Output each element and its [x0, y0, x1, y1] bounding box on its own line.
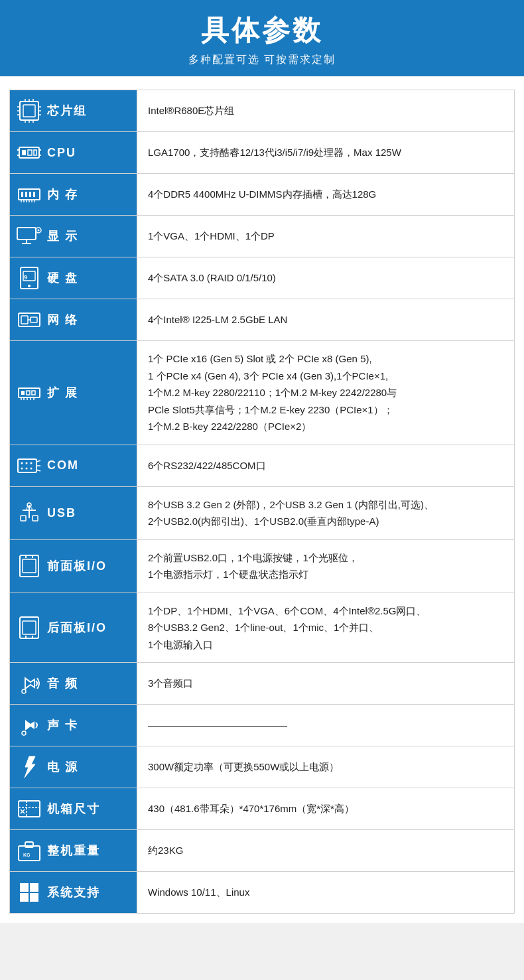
table-row: 前面板I/O2个前置USB2.0口，1个电源按键，1个光驱位，1个电源指示灯，1… — [10, 539, 515, 593]
svg-rect-25 — [29, 192, 31, 197]
label-text-front-io: 前面板I/O — [47, 558, 107, 574]
audio-icon — [17, 671, 42, 696]
table-row: 网 络4个Intel® I225-LM 2.5GbE LAN — [10, 299, 515, 341]
value-expansion: 1个 PCIe x16 (Gen 5) Slot 或 2个 PCIe x8 (G… — [137, 341, 515, 445]
label-audio: 音 频 — [10, 663, 137, 705]
label-rear-io: 后面板I/O — [10, 593, 137, 663]
label-text-display: 显 示 — [47, 228, 78, 244]
label-expansion: 扩 展 — [10, 341, 137, 445]
label-front-io: 前面板I/O — [10, 539, 137, 593]
svg-rect-16 — [28, 150, 32, 155]
label-text-network: 网 络 — [47, 312, 78, 328]
svg-rect-55 — [18, 459, 36, 472]
value-os: Windows 10/11、Linux — [137, 872, 515, 914]
table-row: 显 示1个VGA、1个HDMI、1个DP — [10, 216, 515, 257]
spec-content: 芯片组Intel®R680E芯片组 CPULGA1700，支持酷睿12/13代i… — [0, 76, 524, 923]
label-com: COM — [10, 445, 137, 486]
label-text-com: COM — [47, 458, 79, 472]
spec-table: 芯片组Intel®R680E芯片组 CPULGA1700，支持酷睿12/13代i… — [9, 90, 515, 914]
value-chipset: Intel®R680E芯片组 — [137, 90, 515, 132]
svg-point-41 — [28, 285, 31, 287]
display-icon — [17, 224, 42, 249]
svg-rect-88 — [30, 893, 38, 902]
value-audio: 3个音频口 — [137, 663, 515, 705]
label-chipset: 芯片组 — [10, 90, 137, 132]
table-row: 内 存4个DDR5 4400MHz U-DIMMS内存插槽，高达128G — [10, 174, 515, 216]
label-sound-card: 声 卡 — [10, 705, 137, 746]
svg-rect-15 — [22, 150, 26, 155]
svg-rect-66 — [33, 516, 38, 521]
label-text-power: 电 源 — [47, 759, 78, 775]
label-memory: 内 存 — [10, 174, 137, 216]
table-row: 声 卡—————————————— — [10, 705, 515, 746]
table-row: 音 频3个音频口 — [10, 663, 515, 705]
table-row: KG 整机重量约23KG — [10, 830, 515, 872]
rear-io-icon — [17, 615, 42, 640]
table-row: 后面板I/O1个DP、1个HDMI、1个VGA、6个COM、4个Intel®2.… — [10, 593, 515, 663]
svg-point-58 — [31, 462, 33, 464]
label-text-audio: 音 频 — [47, 675, 78, 691]
page-title: 具体参数 — [7, 12, 517, 49]
label-power: 电 源 — [10, 746, 137, 788]
label-network: 网 络 — [10, 299, 137, 341]
table-row: 系统支持Windows 10/11、Linux — [10, 872, 515, 914]
value-cpu: LGA1700，支持酷睿12/13代i3/i5/i7/i9处理器，Max 125… — [137, 132, 515, 174]
table-row: USB8个USB 3.2 Gen 2 (外部)，2个USB 3.2 Gen 1 … — [10, 486, 515, 539]
label-os: 系统支持 — [10, 872, 137, 914]
svg-rect-17 — [34, 150, 36, 155]
os-icon — [17, 880, 42, 905]
table-row: 扩 展1个 PCIe x16 (Gen 5) Slot 或 2个 PCIe x8… — [10, 341, 515, 445]
value-display: 1个VGA、1个HDMI、1个DP — [137, 216, 515, 257]
table-row: 9 硬 盘4个SATA 3.0 (RAID 0/1/5/10) — [10, 257, 515, 299]
label-usb: USB — [10, 486, 137, 539]
memory-icon — [17, 182, 42, 207]
svg-point-59 — [21, 467, 23, 469]
svg-point-56 — [21, 462, 23, 464]
chassis-icon — [17, 796, 42, 821]
table-row: CPULGA1700，支持酷睿12/13代i3/i5/i7/i9处理器，Max … — [10, 132, 515, 174]
value-power: 300W额定功率（可更换550W或以上电源） — [137, 746, 515, 788]
svg-rect-45 — [31, 317, 37, 322]
svg-rect-0 — [20, 102, 38, 120]
label-text-memory: 内 存 — [47, 186, 78, 202]
usb-icon — [17, 500, 42, 525]
value-storage: 4个SATA 3.0 (RAID 0/1/5/10) — [137, 257, 515, 299]
svg-point-77 — [22, 689, 26, 693]
label-display: 显 示 — [10, 216, 137, 257]
svg-rect-86 — [30, 883, 38, 892]
value-front-io: 2个前置USB2.0口，1个电源按键，1个光驱位，1个电源指示灯，1个硬盘状态指… — [137, 539, 515, 593]
svg-rect-70 — [23, 559, 36, 573]
table-row: 机箱尺寸430（481.6带耳朵）*470*176mm（宽*深*高） — [10, 788, 515, 830]
svg-rect-74 — [23, 621, 36, 634]
page-subtitle: 多种配置可选 可按需求定制 — [7, 53, 517, 67]
svg-text:KG: KG — [23, 853, 31, 857]
svg-point-57 — [26, 462, 28, 464]
header: 具体参数 多种配置可选 可按需求定制 — [0, 0, 524, 76]
label-text-weight: 整机重量 — [47, 843, 100, 859]
svg-rect-1 — [23, 105, 35, 117]
table-row: 芯片组Intel®R680E芯片组 — [10, 90, 515, 132]
svg-rect-87 — [20, 893, 29, 902]
network-icon — [17, 307, 42, 332]
storage-icon: 9 — [17, 265, 42, 291]
svg-point-61 — [31, 467, 33, 469]
svg-rect-65 — [21, 516, 26, 521]
value-usb: 8个USB 3.2 Gen 2 (外部)，2个USB 3.2 Gen 1 (内部… — [137, 486, 515, 539]
weight-icon: KG — [17, 838, 42, 863]
label-text-usb: USB — [47, 506, 76, 520]
label-text-sound-card: 声 卡 — [47, 717, 78, 733]
label-text-cpu: CPU — [47, 146, 76, 160]
svg-text:9: 9 — [24, 274, 27, 281]
value-rear-io: 1个DP、1个HDMI、1个VGA、6个COM、4个Intel®2.5G网口、8… — [137, 593, 515, 663]
svg-rect-85 — [20, 883, 29, 892]
label-storage: 9 硬 盘 — [10, 257, 137, 299]
svg-rect-23 — [21, 192, 23, 197]
svg-point-35 — [38, 230, 40, 232]
svg-rect-26 — [33, 192, 35, 197]
chipset-icon — [17, 98, 42, 123]
svg-rect-48 — [27, 391, 30, 395]
svg-rect-79 — [19, 801, 40, 817]
expansion-icon — [17, 380, 42, 405]
label-text-os: 系统支持 — [47, 884, 100, 900]
label-cpu: CPU — [10, 132, 137, 174]
